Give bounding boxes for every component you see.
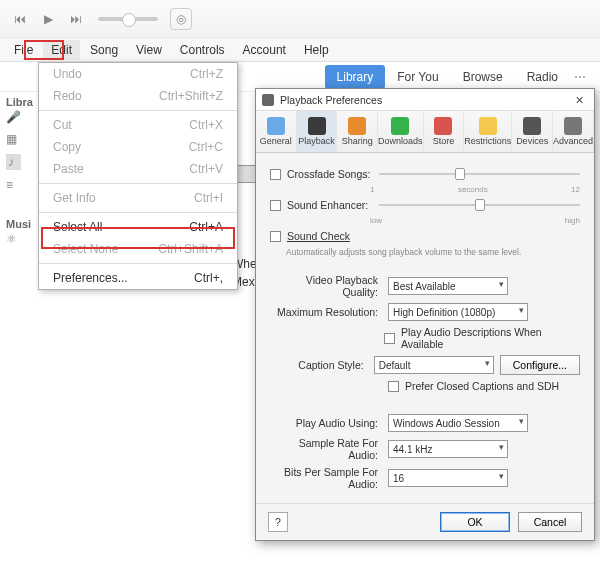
dialog-title: Playback Preferences — [280, 94, 382, 106]
audio-desc-label: Play Audio Descriptions When Available — [401, 326, 580, 350]
playback-icon — [308, 117, 326, 135]
airplay-button[interactable]: ◎ — [170, 8, 192, 30]
next-track-button[interactable]: ⏭ — [66, 9, 86, 29]
help-button[interactable]: ? — [268, 512, 288, 532]
pref-tab-playback[interactable]: Playback — [297, 111, 338, 152]
menu-item-select-none: Select NoneCtrl+Shift+A — [39, 238, 237, 260]
menu-item-undo: UndoCtrl+Z — [39, 63, 237, 85]
soundcheck-label: Sound Check — [287, 230, 350, 242]
enhancer-slider[interactable] — [379, 204, 580, 206]
devices-icon — [523, 117, 541, 135]
cancel-button[interactable]: Cancel — [518, 512, 582, 532]
general-icon — [267, 117, 285, 135]
menu-controls[interactable]: Controls — [172, 40, 233, 60]
crossfade-unit: seconds — [458, 185, 488, 194]
crossfade-slider[interactable] — [379, 173, 580, 175]
menu-item-select-all[interactable]: Select AllCtrl+A — [39, 216, 237, 238]
menu-item-cut: CutCtrl+X — [39, 114, 237, 136]
downloads-icon — [391, 117, 409, 135]
dialog-tabs: GeneralPlaybackSharingDownloadsStoreRest… — [256, 111, 594, 153]
prefer-cc-label: Prefer Closed Captions and SDH — [405, 380, 559, 392]
sample-rate-select[interactable]: 44.1 kHz — [388, 440, 508, 458]
pref-tab-devices[interactable]: Devices — [512, 111, 553, 152]
tab-for-you[interactable]: For You — [385, 65, 450, 89]
pref-tab-sharing[interactable]: Sharing — [337, 111, 378, 152]
edit-menu-dropdown: UndoCtrl+ZRedoCtrl+Shift+ZCutCtrl+XCopyC… — [38, 62, 238, 290]
tab-browse[interactable]: Browse — [451, 65, 515, 89]
mic-icon[interactable]: 🎤 — [6, 110, 21, 124]
menu-item-paste: PasteCtrl+V — [39, 158, 237, 180]
enhancer-checkbox[interactable] — [270, 200, 281, 211]
close-button[interactable]: ✕ — [571, 94, 588, 106]
tab-radio[interactable]: Radio — [515, 65, 570, 89]
bits-label: Bits Per Sample For Audio: — [270, 466, 382, 490]
pref-tab-advanced[interactable]: Advanced — [553, 111, 594, 152]
pref-tab-general[interactable]: General — [256, 111, 297, 152]
tabs-more-icon[interactable]: ⋯ — [570, 70, 590, 84]
volume-slider[interactable] — [98, 17, 158, 21]
menu-item-get-info: Get InfoCtrl+I — [39, 187, 237, 209]
menu-file[interactable]: File — [6, 40, 41, 60]
restrictions-icon — [479, 117, 497, 135]
soundcheck-checkbox[interactable] — [270, 231, 281, 242]
audio-desc-checkbox[interactable] — [384, 333, 395, 344]
sidebar-heading-library: Libra — [6, 96, 33, 108]
video-quality-label: Video Playback Quality: — [270, 274, 382, 298]
tab-library[interactable]: Library — [325, 65, 386, 89]
prev-track-button[interactable]: ⏮ — [10, 9, 30, 29]
menu-item-copy: CopyCtrl+C — [39, 136, 237, 158]
enhancer-low: low — [370, 216, 382, 225]
dialog-titlebar: Playback Preferences ✕ — [256, 89, 594, 111]
menu-item-preferences-[interactable]: Preferences...Ctrl+, — [39, 267, 237, 289]
sharing-icon — [348, 117, 366, 135]
atom-icon[interactable]: ⚛ — [6, 232, 17, 246]
sample-rate-label: Sample Rate For Audio: — [270, 437, 382, 461]
menu-help[interactable]: Help — [296, 40, 337, 60]
note-icon[interactable]: ♪ — [6, 154, 21, 170]
prefer-cc-checkbox[interactable] — [388, 381, 399, 392]
max-res-label: Maximum Resolution: — [270, 306, 382, 318]
pref-tab-restrictions[interactable]: Restrictions — [464, 111, 512, 152]
configure-button[interactable]: Configure... — [500, 355, 580, 375]
crossfade-checkbox[interactable] — [270, 169, 281, 180]
menu-view[interactable]: View — [128, 40, 170, 60]
pref-tab-store[interactable]: Store — [424, 111, 465, 152]
crossfade-label: Crossfade Songs: — [287, 168, 373, 180]
playback-preferences-dialog: Playback Preferences ✕ GeneralPlaybackSh… — [255, 88, 595, 541]
menubar: File Edit Song View Controls Account Hel… — [0, 38, 600, 62]
enhancer-high: high — [565, 216, 580, 225]
advanced-icon — [564, 117, 582, 135]
grid-icon[interactable]: ▦ — [6, 132, 21, 146]
bits-select[interactable]: 16 — [388, 469, 508, 487]
enhancer-label: Sound Enhancer: — [287, 199, 373, 211]
menu-edit[interactable]: Edit — [43, 40, 80, 60]
video-quality-select[interactable]: Best Available — [388, 277, 508, 295]
caption-select[interactable]: Default — [374, 356, 494, 374]
crossfade-max: 12 — [571, 185, 580, 194]
soundcheck-hint: Automatically adjusts song playback volu… — [286, 247, 580, 257]
dialog-footer: ? OK Cancel — [256, 503, 594, 540]
pref-tab-downloads[interactable]: Downloads — [378, 111, 424, 152]
sidebar-icons: 🎤 ▦ ♪ ≡ — [6, 110, 21, 192]
dialog-body: Crossfade Songs: 1seconds12 Sound Enhanc… — [256, 153, 594, 503]
menu-song[interactable]: Song — [82, 40, 126, 60]
menu-account[interactable]: Account — [235, 40, 294, 60]
player-toolbar: ⏮ ▶ ⏭ ◎ — [0, 0, 600, 38]
list-icon[interactable]: ≡ — [6, 178, 21, 192]
crossfade-min: 1 — [370, 185, 374, 194]
sidebar-heading-music: Musi — [6, 218, 31, 230]
max-res-select[interactable]: High Definition (1080p) — [388, 303, 528, 321]
ok-button[interactable]: OK — [440, 512, 510, 532]
dialog-icon — [262, 94, 274, 106]
store-icon — [434, 117, 452, 135]
menu-item-redo: RedoCtrl+Shift+Z — [39, 85, 237, 107]
caption-label: Caption Style: — [270, 359, 368, 371]
play-button[interactable]: ▶ — [36, 7, 60, 31]
play-using-select[interactable]: Windows Audio Session — [388, 414, 528, 432]
play-using-label: Play Audio Using: — [270, 417, 382, 429]
